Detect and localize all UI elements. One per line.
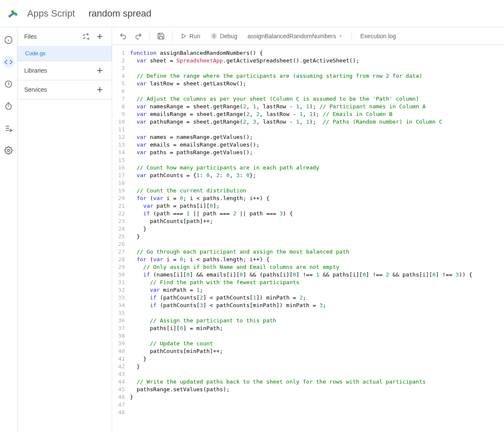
svg-point-22 [213, 35, 215, 37]
code-editor[interactable]: 1234567891011121314151617181920212223242… [112, 45, 504, 432]
libraries-header: Libraries [17, 61, 112, 80]
execution-log-label: Execution log [360, 33, 396, 40]
undo-icon[interactable] [116, 29, 130, 43]
services-label: Services [24, 86, 47, 93]
triggers-icon[interactable] [3, 78, 14, 90]
settings-icon[interactable] [3, 144, 14, 156]
debug-button[interactable]: Debug [206, 29, 242, 43]
app-name: Apps Script [27, 8, 75, 19]
svg-point-9 [6, 104, 11, 109]
files-sidebar: Files Code.gs Libraries [17, 27, 112, 432]
run-button[interactable]: Run [177, 29, 205, 43]
project-name[interactable]: random spread [89, 8, 152, 19]
svg-marker-21 [182, 34, 186, 38]
file-item-code-gs[interactable]: Code.gs [17, 46, 112, 61]
add-service-icon[interactable] [95, 85, 105, 95]
code-content[interactable]: function assignBalancedRandomNumbers() {… [130, 49, 504, 432]
svg-point-14 [8, 150, 10, 152]
editor-icon[interactable] [3, 56, 14, 68]
save-icon[interactable] [154, 29, 168, 43]
line-gutter: 1234567891011121314151617181920212223242… [112, 49, 130, 432]
main-layout: Files Code.gs Libraries [0, 27, 504, 432]
editor-main: Run Debug assignBalancedRandomNumbers Ex… [112, 27, 504, 432]
editor-toolbar: Run Debug assignBalancedRandomNumbers Ex… [112, 27, 504, 45]
sort-files-icon[interactable] [81, 31, 91, 42]
libraries-label: Libraries [24, 67, 47, 74]
add-library-icon[interactable] [95, 65, 105, 76]
run-label: Run [189, 33, 200, 40]
svg-marker-13 [10, 130, 12, 132]
files-header: Files [17, 27, 112, 46]
redo-icon[interactable] [132, 29, 145, 43]
play-icon [181, 33, 187, 39]
files-label: Files [24, 33, 37, 40]
services-header: Services [17, 80, 112, 99]
executions-list-icon[interactable] [3, 122, 14, 134]
bug-icon [211, 33, 217, 40]
execution-log-button[interactable]: Execution log [356, 29, 400, 43]
executions-icon[interactable] [3, 100, 14, 112]
svg-marker-23 [339, 36, 341, 37]
debug-label: Debug [220, 33, 237, 40]
top-bar: Apps Script random spread [0, 0, 504, 27]
chevron-down-icon [338, 34, 343, 39]
overview-icon[interactable] [3, 34, 14, 46]
left-rail [0, 27, 17, 432]
toolbar-separator [352, 31, 352, 41]
function-name: assignBalancedRandomNumbers [248, 33, 336, 40]
toolbar-separator [149, 31, 150, 41]
apps-script-logo-icon [7, 8, 19, 20]
function-selector[interactable]: assignBalancedRandomNumbers [243, 33, 347, 40]
add-file-icon[interactable] [95, 31, 105, 42]
toolbar-separator [172, 31, 172, 41]
